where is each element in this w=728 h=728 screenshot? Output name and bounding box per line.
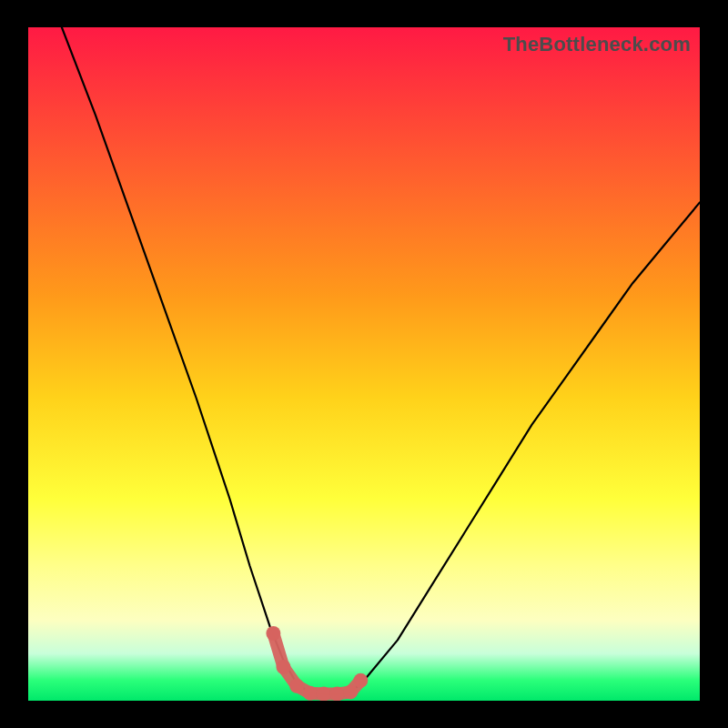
highlight-dot: [353, 673, 368, 688]
highlight-dot: [317, 687, 331, 701]
bottleneck-curve: [62, 27, 700, 694]
highlight-dot: [266, 626, 280, 641]
highlight-dot: [289, 679, 304, 693]
chart-frame: TheBottleneck.com: [0, 0, 728, 728]
curve-svg: [28, 27, 700, 701]
highlight-dot: [276, 660, 290, 674]
highlight-dot: [329, 687, 344, 701]
highlight-dot: [303, 686, 318, 701]
highlight-dot: [343, 684, 358, 699]
plot-area: TheBottleneck.com: [28, 27, 700, 701]
